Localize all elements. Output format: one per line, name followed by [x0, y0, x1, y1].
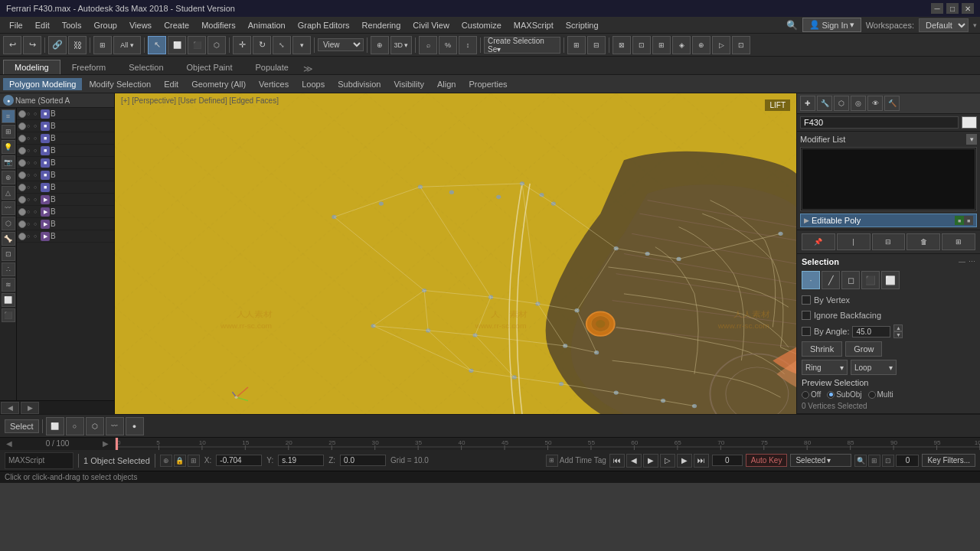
subtab-visibility[interactable]: Visibility: [387, 78, 430, 90]
tab-populate[interactable]: Populate: [243, 60, 299, 74]
scroll-right-button[interactable]: ▶: [21, 402, 39, 414]
by-angle-up[interactable]: ▲: [893, 324, 903, 331]
select-region-circle[interactable]: ○: [66, 417, 84, 435]
close-button[interactable]: ✕: [962, 3, 974, 14]
shrink-button[interactable]: Shrink: [802, 341, 842, 357]
menu-create[interactable]: Create: [158, 19, 195, 31]
list-item[interactable]: ○○■B: [17, 120, 114, 132]
list-item[interactable]: ○○■B: [17, 181, 114, 194]
menu-file[interactable]: File: [3, 19, 29, 31]
ignore-backfacing-checkbox[interactable]: [802, 311, 811, 320]
auto-key-button[interactable]: Auto Key: [746, 454, 788, 467]
align-button[interactable]: ⊟: [587, 36, 606, 54]
xref-icon[interactable]: ⊡: [2, 247, 15, 261]
list-item[interactable]: ○○■B: [17, 132, 114, 145]
menu-rendering[interactable]: Rendering: [356, 19, 407, 31]
view-select[interactable]: View World Screen: [318, 38, 364, 51]
tab-selection[interactable]: Selection: [117, 60, 175, 74]
vertex-select-icon[interactable]: ·: [802, 271, 820, 289]
object-name-input[interactable]: [800, 116, 959, 129]
layer-manager-button[interactable]: ⊠: [612, 36, 631, 54]
use-pivot-button[interactable]: ⊕: [371, 36, 389, 54]
modifier-visibility-icon[interactable]: ■: [955, 216, 964, 225]
menu-customize[interactable]: Customize: [456, 19, 508, 31]
subtab-align[interactable]: Align: [431, 78, 462, 90]
menu-group[interactable]: Group: [87, 19, 123, 31]
coord-lock-icon[interactable]: 🔒: [174, 455, 186, 467]
object-color-swatch[interactable]: [962, 116, 977, 129]
remove-modifier-button[interactable]: 🗑: [906, 233, 940, 250]
create-icon[interactable]: ✚: [800, 96, 815, 111]
minimize-button[interactable]: ─: [931, 3, 943, 14]
list-item[interactable]: ○○▶B: [17, 218, 114, 230]
list-item[interactable]: ○○■B: [17, 169, 114, 181]
subtab-edit[interactable]: Edit: [158, 78, 185, 90]
tab-overflow-icon[interactable]: ≫: [303, 64, 313, 74]
scale-dropdown[interactable]: ▾: [292, 36, 311, 54]
key-filters-button[interactable]: Key Filters...: [922, 454, 975, 467]
subtab-subdivision[interactable]: Subdivision: [332, 78, 387, 90]
status-icon-3[interactable]: ⊡: [882, 455, 894, 467]
selection-options[interactable]: ⋯: [969, 258, 975, 266]
rotate-button[interactable]: ↻: [253, 36, 271, 54]
subtab-properties[interactable]: Properties: [462, 78, 513, 90]
list-item[interactable]: ○○■B: [17, 157, 114, 169]
hierarchy-icon[interactable]: ⬡: [834, 96, 849, 111]
pin-stack-button[interactable]: 📌: [802, 233, 835, 250]
select-region-lasso[interactable]: 〰: [106, 417, 124, 435]
list-item[interactable]: ○○▶B: [17, 206, 114, 218]
prev-frame-button[interactable]: ◀: [626, 454, 642, 468]
edge-select-icon[interactable]: ╱: [822, 271, 840, 289]
sign-in-button[interactable]: 👤 Sign In ▾: [802, 18, 861, 32]
angle-snap-button[interactable]: ⌕: [419, 36, 437, 54]
coord-grid-icon[interactable]: ⊞: [188, 455, 200, 467]
select-region-rect[interactable]: ⬜: [46, 417, 64, 435]
subobj-radio[interactable]: SubObj: [827, 390, 861, 399]
menu-graph-editors[interactable]: Graph Editors: [292, 19, 356, 31]
tab-freeform[interactable]: Freeform: [60, 60, 118, 74]
play-selected-button[interactable]: ▷: [660, 454, 675, 468]
redo-button[interactable]: ↪: [23, 36, 41, 54]
list-item[interactable]: ○○■B: [17, 108, 114, 120]
create-selection-button[interactable]: Create Selection Se▾: [484, 37, 560, 54]
make-unique-button[interactable]: ⊟: [872, 233, 906, 250]
workspace-arrow[interactable]: ▾: [973, 21, 977, 29]
menu-modifiers[interactable]: Modifiers: [195, 19, 242, 31]
loop-dropdown[interactable]: Loop ▾: [851, 360, 897, 375]
list-item[interactable]: ○○▶B: [17, 194, 114, 206]
tl-left-arrow[interactable]: ◀: [3, 438, 15, 450]
motion-icon[interactable]: ◎: [851, 96, 866, 111]
coord-icon-1[interactable]: ⊕: [160, 455, 172, 467]
subtab-polygon-modeling[interactable]: Polygon Modeling: [3, 78, 82, 90]
render-frame-button[interactable]: ⊡: [732, 36, 750, 54]
select-lasso-button[interactable]: ⬛: [188, 36, 206, 54]
select-region-fence[interactable]: ⬡: [86, 417, 104, 435]
spacewarp-icon[interactable]: ≋: [2, 278, 15, 292]
bone-icon[interactable]: 🦴: [2, 232, 15, 246]
status-icon-2[interactable]: ⊞: [868, 455, 880, 467]
schematic-view-button[interactable]: ⊞: [652, 36, 671, 54]
camera-icon[interactable]: 📷: [2, 155, 15, 169]
filter-icon[interactable]: 🔍: [854, 455, 867, 467]
material-editor-button[interactable]: ◈: [672, 36, 691, 54]
element-select-icon[interactable]: ⬜: [881, 271, 900, 289]
by-angle-down[interactable]: ▼: [893, 331, 903, 338]
tl-right-arrow[interactable]: ▶: [100, 438, 112, 450]
menu-views[interactable]: Views: [123, 19, 158, 31]
select-region-paint[interactable]: ●: [126, 417, 144, 435]
menu-scripting[interactable]: Scripting: [560, 19, 605, 31]
go-to-start-button[interactable]: ⏮: [609, 454, 625, 468]
show-end-button[interactable]: |: [837, 233, 871, 250]
border-select-icon[interactable]: ◻: [841, 271, 860, 289]
snap-button[interactable]: 3D ▾: [390, 36, 412, 54]
frame-input[interactable]: [712, 455, 743, 466]
modifier-render-icon[interactable]: ■: [964, 216, 973, 225]
maximize-button[interactable]: □: [946, 3, 959, 14]
scroll-left-button[interactable]: ◀: [1, 402, 19, 414]
by-vertex-checkbox[interactable]: [802, 295, 811, 305]
select-button[interactable]: ↖: [148, 36, 166, 54]
editable-poly-item[interactable]: ▶ Editable Poly ■ ■: [800, 214, 977, 227]
undo-button[interactable]: ↩: [3, 36, 21, 54]
y-coord-input[interactable]: [278, 455, 324, 466]
search-icon[interactable]: 🔍: [786, 20, 798, 31]
